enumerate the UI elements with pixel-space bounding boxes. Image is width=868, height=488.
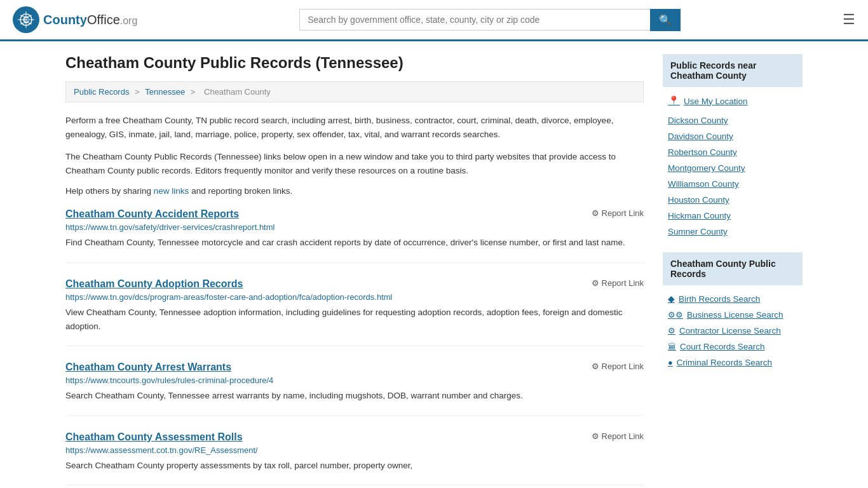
- record-header: Cheatham County Assessment Rolls ⚙ Repor…: [65, 431, 644, 443]
- report-link-btn[interactable]: ⚙ Report Link: [592, 278, 644, 288]
- share-text: Help others by sharing new links and rep…: [65, 186, 644, 196]
- use-my-location[interactable]: 📍 Use My Location: [663, 92, 803, 110]
- sidebar-public-record-link[interactable]: ●Criminal Records Search: [663, 355, 803, 370]
- gear-icon: ⚙: [668, 326, 675, 336]
- record-description: View Cheatham County, Tennessee adoption…: [65, 306, 644, 333]
- record-title[interactable]: Cheatham County Assessment Rolls: [65, 431, 243, 443]
- report-label: Report Link: [602, 278, 644, 288]
- sidebar-public-record-link[interactable]: ⚙⚙Business License Search: [663, 307, 803, 323]
- breadcrumb-sep1: >: [135, 87, 142, 97]
- record-icon: ●: [668, 358, 673, 367]
- location-pin-icon: 📍: [668, 95, 680, 107]
- breadcrumb-sep2: >: [191, 87, 198, 97]
- main-container: Cheatham County Public Records (Tennesse…: [53, 41, 815, 488]
- public-records-links-list: ◆Birth Records Search⚙⚙Business License …: [663, 290, 803, 370]
- records-list: Cheatham County Accident Reports ⚙ Repor…: [65, 208, 644, 485]
- report-label: Report Link: [602, 431, 644, 441]
- sidebar-nearby-county[interactable]: Dickson County: [663, 112, 803, 128]
- record-description: Search Cheatham County property assessme…: [65, 459, 644, 473]
- share-before: Help others by sharing: [65, 186, 154, 196]
- logo-area[interactable]: C CountyOffice.org: [13, 6, 137, 33]
- sidebar-nearby-county[interactable]: Montgomery County: [663, 160, 803, 176]
- new-links[interactable]: new links: [154, 186, 189, 196]
- record-item: Cheatham County Assessment Rolls ⚙ Repor…: [65, 431, 644, 486]
- intro-description: Perform a free Cheatham County, TN publi…: [65, 114, 644, 141]
- report-link-btn[interactable]: ⚙ Report Link: [592, 431, 644, 441]
- breadcrumb: Public Records > Tennessee > Cheatham Co…: [65, 81, 644, 102]
- search-input[interactable]: [299, 9, 650, 30]
- sidebar-nearby-county[interactable]: Williamson County: [663, 176, 803, 192]
- sidebar-nearby-county[interactable]: Houston County: [663, 192, 803, 208]
- breadcrumb-tennessee[interactable]: Tennessee: [145, 87, 185, 97]
- logo-text: CountyOffice.org: [43, 13, 137, 27]
- content-area: Cheatham County Public Records (Tennesse…: [65, 54, 644, 488]
- nearby-section: Public Records near Cheatham County 📍 Us…: [663, 54, 803, 240]
- report-icon: ⚙: [592, 431, 599, 441]
- report-link-btn[interactable]: ⚙ Report Link: [592, 208, 644, 218]
- report-link-btn[interactable]: ⚙ Report Link: [592, 362, 644, 371]
- share-after: and reporting broken links.: [191, 186, 292, 196]
- record-header: Cheatham County Adoption Records ⚙ Repor…: [65, 278, 644, 290]
- record-item: Cheatham County Accident Reports ⚙ Repor…: [65, 208, 644, 263]
- nearby-counties-list: Dickson CountyDavidson CountyRobertson C…: [663, 112, 803, 240]
- sidebar-link-label: Birth Records Search: [679, 294, 760, 304]
- search-area: 🔍: [299, 9, 681, 31]
- record-item: Cheatham County Adoption Records ⚙ Repor…: [65, 278, 644, 346]
- record-item: Cheatham County Arrest Warrants ⚙ Report…: [65, 362, 644, 416]
- breadcrumb-county: Cheatham County: [204, 87, 271, 97]
- record-title[interactable]: Cheatham County Arrest Warrants: [65, 362, 231, 373]
- nearby-header: Public Records near Cheatham County: [663, 54, 803, 87]
- use-location-label: Use My Location: [684, 97, 748, 106]
- report-label: Report Link: [602, 208, 644, 218]
- record-url[interactable]: https://www.tn.gov/dcs/program-areas/fos…: [65, 292, 644, 302]
- record-title[interactable]: Cheatham County Accident Reports: [65, 208, 239, 220]
- gears-icon: ⚙⚙: [668, 310, 683, 320]
- report-icon: ⚙: [592, 362, 599, 371]
- record-description: Search Cheatham County, Tennessee arrest…: [65, 389, 644, 403]
- record-url[interactable]: https://www.tn.gov/safety/driver-service…: [65, 222, 644, 232]
- sidebar-link-label: Business License Search: [687, 310, 783, 320]
- record-description: Find Cheatham County, Tennessee motorcyc…: [65, 236, 644, 250]
- person-icon: ◆: [668, 294, 675, 304]
- sidebar: Public Records near Cheatham County 📍 Us…: [663, 54, 803, 488]
- page-title: Cheatham County Public Records (Tennesse…: [65, 54, 644, 72]
- record-url[interactable]: https://www.tncourts.gov/rules/rules-cri…: [65, 376, 644, 385]
- sidebar-nearby-county[interactable]: Sumner County: [663, 224, 803, 240]
- report-label: Report Link: [602, 362, 644, 371]
- hamburger-menu-icon[interactable]: ☰: [843, 11, 855, 28]
- report-icon: ⚙: [592, 208, 599, 218]
- sidebar-link-label: Criminal Records Search: [677, 358, 772, 367]
- secondary-description: The Cheatham County Public Records (Tenn…: [65, 150, 644, 177]
- site-header: C CountyOffice.org 🔍 ☰: [0, 0, 868, 41]
- public-records-section: Cheatham County Public Records ◆Birth Re…: [663, 252, 803, 370]
- search-button[interactable]: 🔍: [650, 9, 681, 31]
- record-url[interactable]: https://www.assessment.cot.tn.gov/RE_Ass…: [65, 445, 644, 455]
- record-header: Cheatham County Accident Reports ⚙ Repor…: [65, 208, 644, 220]
- sidebar-nearby-county[interactable]: Hickman County: [663, 208, 803, 224]
- building-icon: 🏛: [668, 342, 676, 351]
- sidebar-public-record-link[interactable]: ◆Birth Records Search: [663, 290, 803, 307]
- report-icon: ⚙: [592, 278, 599, 288]
- sidebar-nearby-county[interactable]: Davidson County: [663, 128, 803, 144]
- sidebar-nearby-county[interactable]: Robertson County: [663, 144, 803, 160]
- sidebar-link-label: Court Records Search: [680, 342, 765, 351]
- public-records-sidebar-header: Cheatham County Public Records: [663, 252, 803, 285]
- record-header: Cheatham County Arrest Warrants ⚙ Report…: [65, 362, 644, 373]
- logo-icon: C: [13, 6, 39, 33]
- sidebar-public-record-link[interactable]: 🏛Court Records Search: [663, 339, 803, 355]
- sidebar-public-record-link[interactable]: ⚙Contractor License Search: [663, 323, 803, 339]
- breadcrumb-public-records[interactable]: Public Records: [74, 87, 129, 97]
- search-icon: 🔍: [659, 15, 672, 25]
- sidebar-link-label: Contractor License Search: [679, 326, 781, 336]
- record-title[interactable]: Cheatham County Adoption Records: [65, 278, 243, 290]
